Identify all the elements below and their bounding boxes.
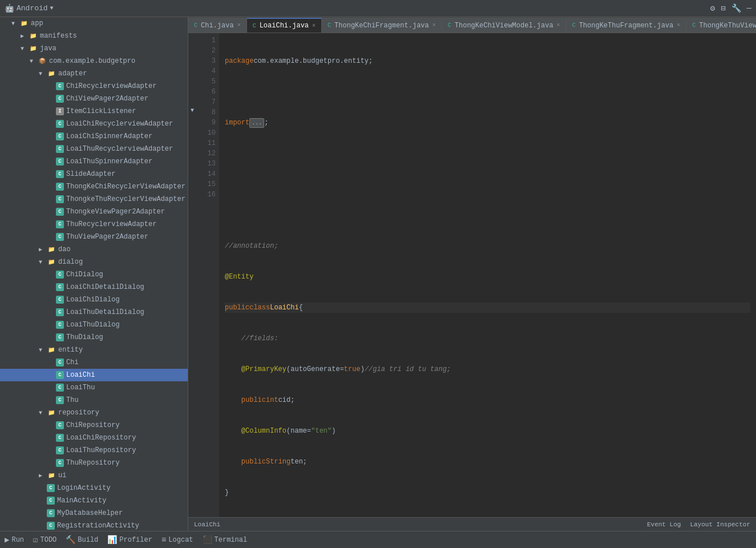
code-editor[interactable]: package com.example.budgetpro.entity; im… [219,33,756,517]
tab-close-LoaiChi[interactable]: × [312,23,316,29]
sidebar-item-LoginActivity[interactable]: C LoginActivity [0,482,188,494]
sidebar-item-ChiViewPager2Adapter[interactable]: C ChiViewPager2Adapter [0,92,188,105]
sidebar-item-SlideAdapter[interactable]: C SlideAdapter [0,168,188,180]
terminal-label: Terminal [215,536,248,544]
tab-ThongKeChiFragment[interactable]: C ThongKeChiFragment.java × [322,18,442,33]
sidebar-item-LoaiChiRecyclerviewAdapter[interactable]: C LoaiChiRecyclerviewAdapter [0,118,188,130]
profiler-button[interactable]: 📊 Profiler [107,535,152,545]
sidebar-item-LoaiThu[interactable]: C LoaiThu [0,381,188,394]
sidebar-label-Chi: Chi [66,358,79,366]
split-icon[interactable]: ⊟ [721,3,725,13]
sidebar-item-LoaiChi[interactable]: C LoaiChi [0,369,188,381]
class-icon-Chi: C [56,358,64,366]
sidebar-label-dialog: dialog [58,258,83,266]
class-icon-ThuRecyclerviewAdapter: C [56,220,64,228]
arrow-package: ▼ [30,58,38,65]
sidebar-label-repository: repository [58,409,99,417]
sidebar-item-package[interactable]: ▼ 📦 com.example.budgetpro [0,55,188,67]
run-button[interactable]: ▶ Run [5,535,24,545]
sidebar-item-Thu[interactable]: C Thu [0,394,188,406]
sidebar-item-dao[interactable]: ▶ 📁 dao [0,243,188,256]
status-layout-inspector[interactable]: Layout Inspector [690,521,750,528]
line-numbers: 1 2 3 4 5 6 7 8 9 10 11 12 13 14 15 16 [196,33,219,517]
tab-close-ThongKeChiViewModel[interactable]: × [557,22,560,29]
sidebar-item-adapter[interactable]: ▼ 📁 adapter [0,67,188,80]
sidebar-item-ThongkeThuRecyclerViewAdapter[interactable]: C ThongkeThuRecyclerViewAdapter [0,193,188,206]
sidebar-item-LoaiChiRepository[interactable]: C LoaiChiRepository [0,432,188,444]
tab-close-ThongKeChiFragment[interactable]: × [432,22,436,29]
sidebar-item-LoaiThuDetailDialog[interactable]: C LoaiThuDetailDialog [0,306,188,319]
tab-ThongKeThuFragment[interactable]: C ThongKeThuFragment.java × [567,18,687,33]
sidebar-label-LoaiThuRecyclerviewAdapter: LoaiThuRecyclerviewAdapter [66,145,173,153]
sidebar-label-ThongKeChiRecyclerViewAdapter: ThongKeChiRecyclerViewAdapter [66,183,185,191]
sidebar-item-ThuRecyclerviewAdapter[interactable]: C ThuRecyclerviewAdapter [0,218,188,231]
sidebar-item-ItemClickListener[interactable]: I ItemClickListener [0,105,188,118]
class-icon-ThuViewPager2Adapter: C [56,233,64,241]
sidebar-item-LoaiThuRecyclerviewAdapter[interactable]: C LoaiThuRecyclerviewAdapter [0,143,188,155]
build-button[interactable]: 🔨 Build [66,535,98,545]
arrow-dao: ▶ [39,246,47,253]
sidebar-item-dialog[interactable]: ▼ 📁 dialog [0,256,188,268]
class-icon-ChiRecyclerviewAdapter: C [56,82,64,90]
topbar-title: Android [17,4,48,13]
tab-ThongKeThuViewModel[interactable]: C ThongKeThuViewModel. × [686,18,756,33]
sidebar-label-LoaiThu: LoaiThu [66,384,95,392]
logcat-button[interactable]: ≡ Logcat [161,535,193,545]
fold-line9[interactable]: ▼ [188,105,196,115]
tab-icon-ThongKeThuViewModel: C [692,22,696,29]
sidebar-label-ChiDialog: ChiDialog [66,271,103,279]
sidebar-item-LoaiChiDetailDialog[interactable]: C LoaiChiDetailDialog [0,281,188,293]
gear-icon[interactable]: 🔧 [731,3,741,13]
code-line-15: } [225,487,750,498]
tab-ThongKeChiViewModel[interactable]: C ThongKeChiViewModel.java × [442,18,567,33]
class-icon-LoaiChiRepository: C [56,434,64,442]
sidebar-item-ChiRepository[interactable]: C ChiRepository [0,419,188,432]
sidebar-item-ChiRecyclerviewAdapter[interactable]: C ChiRecyclerviewAdapter [0,80,188,92]
tab-close-ThongKeThuFragment[interactable]: × [677,22,680,29]
sidebar-item-MainActivity[interactable]: C MainActivity [0,494,188,507]
sidebar-item-LoaiChiSpinnerAdapter[interactable]: C LoaiChiSpinnerAdapter [0,130,188,143]
sidebar-item-java[interactable]: ▼ 📁 java [0,42,188,55]
sidebar-label-SlideAdapter: SlideAdapter [66,170,115,178]
tab-close-Chi[interactable]: × [237,22,241,29]
sidebar-item-repository[interactable]: ▼ 📁 repository [0,406,188,419]
sidebar-item-ThuRepository[interactable]: C ThuRepository [0,457,188,469]
terminal-button[interactable]: ⬛ Terminal [203,535,248,545]
sidebar-label-MainActivity: MainActivity [57,497,106,505]
sidebar-item-entity[interactable]: ▼ 📁 entity [0,344,188,356]
status-event-log[interactable]: Event Log [647,521,681,528]
sidebar-item-LoaiThuRepository[interactable]: C LoaiThuRepository [0,444,188,457]
sidebar-item-ui[interactable]: ▶ 📁 ui [0,469,188,482]
android-dropdown[interactable]: 🤖 Android ▼ [5,3,54,13]
minimize-icon[interactable]: — [747,3,751,13]
folder-icon-dialog: 📁 [47,257,56,267]
tab-Chi[interactable]: C Chi.java × [188,18,247,33]
sidebar-item-ThuDialog[interactable]: C ThuDialog [0,331,188,344]
sidebar-item-ThuViewPager2Adapter[interactable]: C ThuViewPager2Adapter [0,231,188,243]
sidebar-item-ThongKeChiRecyclerViewAdapter[interactable]: C ThongKeChiRecyclerViewAdapter [0,180,188,193]
sidebar-label-LoaiThuSpinnerAdapter: LoaiThuSpinnerAdapter [66,158,152,166]
sidebar-item-LoaiThuSpinnerAdapter[interactable]: C LoaiThuSpinnerAdapter [0,155,188,168]
sidebar-item-app[interactable]: ▼ 📁 app [0,17,188,30]
sidebar-item-MyDatabaseHelper[interactable]: C MyDatabaseHelper [0,507,188,519]
sidebar-item-ThongkeViewPager2Adapter[interactable]: C ThongkeViewPager2Adapter [0,206,188,218]
arrow-adapter: ▼ [39,71,47,77]
sidebar-label-ChiRepository: ChiRepository [66,421,120,429]
settings-icon[interactable]: ⚙ [710,3,715,13]
sidebar-item-manifests[interactable]: ▶ 📁 manifests [0,30,188,42]
todo-button[interactable]: ☑ TODO [33,535,56,545]
sidebar-label-ThuDialog: ThuDialog [66,333,103,341]
sidebar-label-ThongkeViewPager2Adapter: ThongkeViewPager2Adapter [66,208,165,216]
sidebar-item-LoaiChiDialog[interactable]: C LoaiChiDialog [0,293,188,306]
sidebar-label-java: java [40,45,56,53]
code-container[interactable]: ▼ 1 2 3 4 5 6 7 8 9 10 11 12 13 14 15 16 [188,33,756,517]
sidebar-item-ChiDialog[interactable]: C ChiDialog [0,268,188,281]
tab-LoaiChi[interactable]: C LoaiChi.java × [247,18,322,33]
code-line-13: @ColumnInfo(name = "ten") [225,426,750,436]
tab-icon-ThongKeChiFragment: C [328,22,331,29]
tab-label-ThongKeThuFragment: ThongKeThuFragment.java [579,22,674,30]
sidebar-item-LoaiThuDialog[interactable]: C LoaiThuDialog [0,319,188,331]
sidebar-item-Chi[interactable]: C Chi [0,356,188,369]
sidebar-item-RegistrationActivity[interactable]: C RegistrationActivity [0,519,188,531]
code-line-8: @Entity [225,272,750,282]
